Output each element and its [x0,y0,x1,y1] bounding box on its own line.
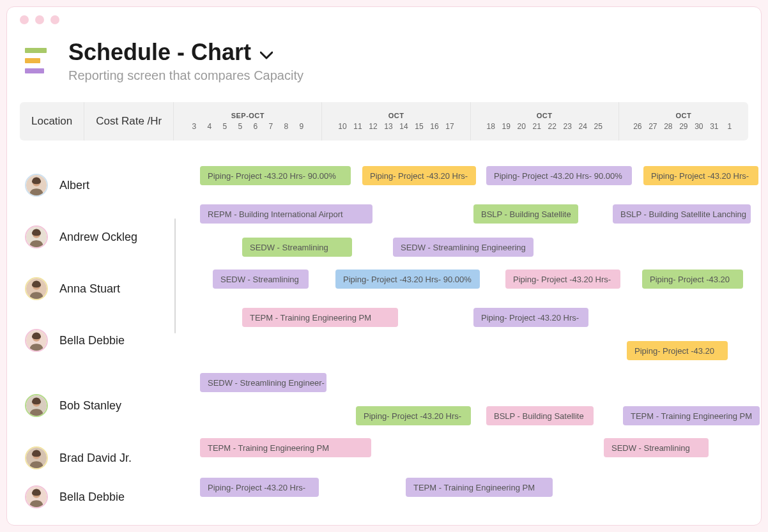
day-cell[interactable]: 5 [233,122,248,131]
window-dot-close[interactable] [20,15,29,24]
day-cell[interactable]: 8 [279,122,294,131]
person-cell[interactable]: Albert [20,174,180,197]
task-bar[interactable]: BSLP - Building Satellite [473,204,578,224]
task-bar[interactable]: SEDW - Streamlining Engineer- [200,373,326,392]
tasks-area: TEPM - Training Engineering PMSEDW - Str… [180,438,748,478]
month-label: OCT [388,112,404,119]
avatar [25,225,48,248]
task-bar[interactable]: Piping- Project -43.20 Hrs- [505,270,620,289]
person-name: Bella Debbie [59,490,125,504]
page-title: Schedule - Chart [68,39,251,66]
avatar [25,394,48,417]
task-bar[interactable]: SEDW - Streamlining Engineering [393,238,534,257]
task-bar[interactable]: TEPM - Training Engineering PM [200,438,371,457]
page-title-button[interactable]: Schedule - Chart [68,39,303,66]
chart-logo-icon [20,43,56,79]
task-bar[interactable]: Piping- Project -43.20 Hrs- [643,166,758,185]
day-cell[interactable]: 11 [350,122,365,131]
day-cell[interactable]: 28 [661,122,676,131]
gantt-row: AlbertPiping- Project -43.20 Hrs- 90.00%… [20,166,748,204]
day-cell[interactable]: 19 [498,122,514,131]
task-bar[interactable]: Piping- Project -43.20 Hrs- 90.00% [200,166,351,185]
day-cell[interactable]: 25 [590,122,606,131]
task-bar[interactable]: TEPM - Training Engineering PM [242,308,398,327]
person-name: Andrew Ockleg [59,231,137,244]
task-bar[interactable]: BSLP - Building Satellite Lanching [613,204,751,224]
avatar [25,174,48,197]
person-cell[interactable]: Bella Debbie [20,329,180,352]
task-bar[interactable]: Piping- Project -43.20 Hrs- 90.00% [335,270,480,289]
task-bar[interactable]: Piping- Project -43.20 Hrs- 90.00% [486,166,632,185]
day-cell[interactable]: 14 [396,122,411,131]
timeline-header: Location Cost Rate /Hr SEP-OCT34556789OC… [20,102,748,141]
day-cell[interactable]: 15 [411,122,427,131]
day-cell[interactable]: 18 [483,122,498,131]
day-cell[interactable]: 16 [427,122,442,131]
person-cell[interactable]: Bob Stanley [20,394,180,417]
day-cell[interactable]: 1 [722,122,737,131]
day-cell[interactable]: 21 [529,122,544,131]
day-cell[interactable]: 30 [691,122,707,131]
tasks-area: Piping- Project -43.20 Hrs- 90.00%Piping… [180,166,748,204]
gantt-row: Brad David Jr.TEPM - Training Engineerin… [20,438,748,478]
person-cell[interactable]: Anna Stuart [20,277,180,300]
task-bar[interactable]: SEDW - Streamlining [213,270,309,289]
task-bar[interactable]: SEDW - Streamlining [604,438,709,457]
task-bar[interactable]: SEDW - Streamlining [242,238,352,257]
day-cell[interactable]: 17 [442,122,457,131]
task-bar[interactable]: TEPM - Training Engineering PM [623,406,760,425]
task-bar[interactable]: BSLP - Building Satellite [486,406,594,425]
day-cell[interactable]: 12 [365,122,381,131]
task-bar[interactable]: Piping- Project -43.20 Hrs- [200,478,319,497]
gantt-row: Anna StuartSEDW - StreamliningPiping- Pr… [20,270,748,308]
content-area: Schedule - Chart Reporting screen that c… [7,33,761,526]
day-cell[interactable]: 20 [514,122,529,131]
person-cell[interactable]: Andrew Ockleg [20,225,180,248]
month-label: OCT [537,112,553,119]
day-cell[interactable]: 13 [381,122,396,131]
day-cell[interactable]: 5 [217,122,233,131]
day-cell[interactable]: 9 [294,122,309,131]
person-name: Albert [59,179,89,192]
app-window: Schedule - Chart Reporting screen that c… [6,6,762,526]
person-name: Bella Debbie [59,334,125,347]
task-bar[interactable]: Piping- Project -43.20 Hrs- [362,166,476,185]
day-cell[interactable]: 6 [248,122,263,131]
tasks-area: REPM - Building International AirportBSL… [180,204,748,270]
page-subtitle: Reporting screen that compares Capacity [68,68,303,83]
day-cell[interactable]: 22 [544,122,560,131]
day-cell[interactable]: 29 [676,122,691,131]
window-dot-min[interactable] [35,15,44,24]
task-bar[interactable]: REPM - Building International Airport [200,204,372,224]
column-cost-rate[interactable]: Cost Rate /Hr [84,102,174,141]
day-list: 1819202122232425 [483,122,606,131]
task-bar[interactable]: Piping- Project -43.20 [627,341,728,360]
chevron-down-icon [260,39,273,66]
avatar [25,329,48,352]
day-cell[interactable]: 26 [630,122,645,131]
person-cell[interactable]: Bella Debbie [20,485,180,508]
day-cell[interactable]: 3 [187,122,202,131]
month-group: SEP-OCT34556789 [174,102,322,141]
tasks-area: SEDW - StreamliningPiping- Project -43.2… [180,270,748,308]
day-cell[interactable]: 31 [707,122,722,131]
tasks-area: TEPM - Training Engineering PMPiping- Pr… [180,308,748,373]
person-cell[interactable]: Brad David Jr. [20,446,180,469]
day-cell[interactable]: 7 [263,122,279,131]
task-bar[interactable]: TEPM - Training Engineering PM [406,478,553,497]
task-bar[interactable]: Piping- Project -43.20 Hrs- [473,308,588,327]
person-name: Bob Stanley [59,399,121,413]
task-bar[interactable]: Piping- Project -43.20 [642,270,743,289]
avatar [25,277,48,300]
day-cell[interactable]: 10 [335,122,350,131]
day-cell[interactable]: 27 [645,122,661,131]
task-bar[interactable]: Piping- Project -43.20 Hrs- [356,406,471,425]
day-cell[interactable]: 24 [575,122,590,131]
day-cell[interactable]: 4 [202,122,217,131]
avatar [25,446,48,469]
person-name: Anna Stuart [59,282,120,296]
gantt-chart[interactable]: AlbertPiping- Project -43.20 Hrs- 90.00%… [20,166,748,516]
window-dot-max[interactable] [50,15,59,24]
day-cell[interactable]: 23 [560,122,575,131]
column-location[interactable]: Location [20,102,84,141]
